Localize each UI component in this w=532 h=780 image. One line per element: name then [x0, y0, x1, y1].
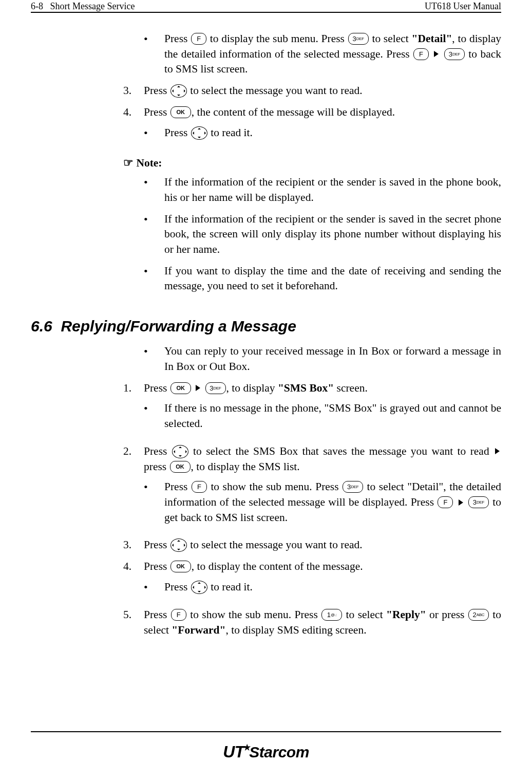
utstarcom-logo: UT★Starcom — [0, 742, 532, 762]
three-key-icon: 3DEF — [468, 496, 489, 508]
page-content: • Press F to display the sub menu. Press… — [31, 13, 501, 644]
right-triangle-icon — [459, 499, 463, 506]
list-item: • Press F to display the sub menu. Press… — [144, 31, 501, 83]
header-left: 6-8 Short Message Service — [31, 1, 135, 12]
ok-key-icon: OK — [170, 561, 191, 572]
f-key-icon: F — [192, 481, 207, 493]
f-key-icon: F — [438, 496, 453, 508]
one-key-icon: 1@.: — [321, 609, 342, 621]
three-key-icon: 3DEF — [348, 33, 369, 45]
f-key-icon: F — [413, 48, 429, 60]
ok-key-icon: OK — [170, 106, 191, 118]
nav-key-icon — [191, 126, 207, 140]
list-item: 2. Press to select the SMS Box that save… — [123, 444, 501, 538]
nav-key-icon — [191, 581, 207, 594]
list-item: •If there is no message in the phone, "S… — [144, 401, 501, 437]
list-item: 5. Press F to show the sub menu. Press 1… — [123, 607, 501, 644]
f-key-icon: F — [191, 33, 206, 45]
nav-key-icon — [170, 84, 187, 98]
list-item: 3. Press to select the message you want … — [123, 83, 501, 105]
list-item: 4. Press OK, to display the content of t… — [123, 559, 501, 607]
list-item: • Press F to show the sub menu. Press 3D… — [144, 479, 501, 531]
nav-key-icon — [170, 538, 187, 552]
three-key-icon: 3DEF — [444, 48, 465, 60]
right-triangle-icon — [495, 448, 500, 454]
right-triangle-icon — [196, 385, 200, 391]
section-heading: 6.6 Replying/Forwarding a Message — [31, 315, 501, 337]
list-item: • Press to read it. — [144, 125, 501, 147]
nav-key-icon — [172, 445, 188, 458]
list-item: 3. Press to select the message you want … — [123, 537, 501, 559]
page-number: 6-8 — [31, 1, 43, 11]
list-item: • Press to read it. — [144, 580, 501, 601]
list-item: •If you want to display the time and the… — [144, 264, 501, 300]
list-item: •If the information of the recipient or … — [144, 175, 501, 211]
list-item: •If the information of the recipient or … — [144, 212, 501, 264]
ok-key-icon: OK — [170, 461, 191, 473]
list-item: •You can reply to your received message … — [144, 344, 501, 380]
list-item: 1. Press OK 3DEF, to display "SMS Box" s… — [123, 381, 501, 444]
page-footer: UT★Starcom — [0, 731, 532, 762]
list-item: 4. Press OK, the content of the message … — [123, 105, 501, 153]
three-key-icon: 3DEF — [205, 382, 226, 394]
header-right: UT618 User Manual — [425, 1, 501, 12]
ok-key-icon: OK — [170, 382, 191, 394]
two-key-icon: 2ABC — [468, 609, 489, 621]
pointing-hand-icon: ☞ — [123, 156, 134, 169]
header-section: Short Message Service — [50, 1, 135, 11]
f-key-icon: F — [171, 609, 186, 621]
page-header: 6-8 Short Message Service UT618 User Man… — [31, 0, 501, 13]
note-heading: ☞ Note: — [123, 153, 501, 175]
right-triangle-icon — [434, 51, 439, 57]
three-key-icon: 3DEF — [343, 481, 363, 493]
